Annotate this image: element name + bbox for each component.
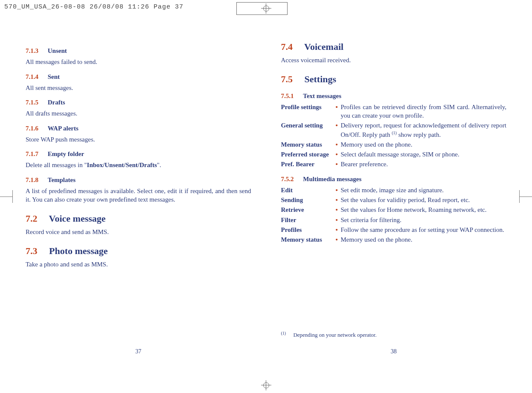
section-title: Text messages bbox=[303, 92, 341, 99]
definition-term: Memory status bbox=[281, 235, 336, 244]
body-text: All sent messages. bbox=[26, 84, 251, 92]
body-text: A list of predefined messages is availab… bbox=[26, 187, 251, 204]
section-number: 7.1.3 bbox=[26, 47, 38, 54]
footnote: (1) Depending on your network operator. bbox=[281, 330, 377, 339]
definition-desc: Set the values for Home network, Roaming… bbox=[341, 205, 507, 214]
section-title: Photo message bbox=[49, 246, 108, 256]
definition-row: Retrieve • Set the values for Home netwo… bbox=[281, 205, 507, 214]
crop-mark-left bbox=[0, 196, 13, 197]
definition-desc: Set criteria for filtering. bbox=[341, 216, 507, 224]
registration-mark-bottom bbox=[258, 378, 275, 393]
crop-mark-right bbox=[519, 196, 532, 197]
definition-term: Edit bbox=[281, 186, 336, 194]
subsection-heading: 7.1.6 WAP alerts bbox=[26, 124, 251, 133]
bullet-icon: • bbox=[336, 186, 341, 194]
subsection-heading: 7.1.5 Drafts bbox=[26, 98, 251, 107]
subsection-heading: 7.1.4 Sent bbox=[26, 72, 251, 81]
footnote-text: Depending on your network operator. bbox=[293, 332, 376, 338]
bullet-icon: • bbox=[336, 140, 341, 149]
definition-desc: Memory used on the phone. bbox=[341, 235, 507, 244]
section-title: Sent bbox=[48, 73, 60, 80]
definition-desc: Follow the same procedure as for setting… bbox=[341, 225, 507, 234]
definition-row: Filter • Set criteria for filtering. bbox=[281, 216, 507, 224]
bullet-icon: • bbox=[336, 121, 341, 139]
definition-desc: Set the values for validity period, Read… bbox=[341, 196, 507, 204]
body-text: Store WAP push messages. bbox=[26, 135, 251, 144]
section-number: 7.1.4 bbox=[26, 73, 38, 80]
section-number: 7.2 bbox=[26, 213, 38, 224]
section-number: 7.4 bbox=[281, 41, 293, 52]
definition-row: Pref. Bearer • Bearer preference. bbox=[281, 160, 507, 168]
section-title: WAP alerts bbox=[48, 125, 78, 132]
definition-row: Profiles • Follow the same procedure as … bbox=[281, 225, 507, 234]
registration-mark-top bbox=[249, 0, 283, 17]
definition-term: General setting bbox=[281, 121, 336, 139]
section-heading: 7.4 Voicemail bbox=[281, 40, 507, 53]
definition-term: Profile settings bbox=[281, 103, 336, 120]
definition-desc: Profiles can be retrieved directly from … bbox=[341, 103, 507, 120]
definition-list: Edit • Set edit mode, image size and sig… bbox=[281, 186, 507, 244]
page-left: 7.1.3 Unsent All messages failed to send… bbox=[26, 40, 251, 356]
bullet-icon: • bbox=[336, 150, 341, 159]
definition-row: Memory status • Memory used on the phone… bbox=[281, 235, 507, 244]
section-heading: 7.3 Photo message bbox=[26, 245, 251, 257]
subsection-heading: 7.1.3 Unsent bbox=[26, 46, 251, 55]
bullet-icon: • bbox=[336, 103, 341, 120]
definition-row: Sending • Set the values for validity pe… bbox=[281, 196, 507, 204]
definition-row: General setting • Delivery report, reque… bbox=[281, 121, 507, 139]
footnote-mark: (1) bbox=[281, 331, 286, 335]
page-number: 37 bbox=[135, 348, 141, 356]
bullet-icon: • bbox=[336, 205, 341, 214]
definition-term: Memory status bbox=[281, 140, 336, 149]
definition-term: Filter bbox=[281, 216, 336, 224]
subsection-heading: 7.5.1 Text messages bbox=[281, 92, 507, 100]
body-text: All messages failed to send. bbox=[26, 58, 251, 66]
section-heading: 7.5 Settings bbox=[281, 73, 507, 86]
section-number: 7.5.1 bbox=[281, 92, 294, 99]
definition-list: Profile settings • Profiles can be retri… bbox=[281, 103, 507, 169]
bullet-icon: • bbox=[336, 235, 341, 244]
body-text: Access voicemail received. bbox=[281, 56, 507, 64]
body-text: Delete all messages in "Inbox/Unsent/Sen… bbox=[26, 161, 251, 169]
section-title: Empty folder bbox=[48, 150, 84, 157]
section-title: Multimedia messages bbox=[303, 176, 361, 182]
page-right: 7.4 Voicemail Access voicemail received.… bbox=[281, 40, 507, 356]
body-text: Take a photo and send as MMS. bbox=[26, 260, 251, 269]
definition-term: Sending bbox=[281, 196, 336, 204]
section-title: Voice message bbox=[49, 213, 106, 224]
definition-desc: Memory used on the phone. bbox=[341, 140, 507, 149]
subsection-heading: 7.1.7 Empty folder bbox=[26, 150, 251, 158]
section-number: 7.3 bbox=[26, 246, 38, 256]
section-number: 7.5 bbox=[281, 74, 293, 84]
definition-term: Retrieve bbox=[281, 205, 336, 214]
section-number: 7.1.8 bbox=[26, 176, 38, 183]
section-title: Voicemail bbox=[304, 41, 343, 52]
definition-row: Memory status • Memory used on the phone… bbox=[281, 140, 507, 149]
definition-term: Profiles bbox=[281, 225, 336, 234]
section-number: 7.1.7 bbox=[26, 150, 38, 157]
bullet-icon: • bbox=[336, 160, 341, 168]
subsection-heading: 7.1.8 Templates bbox=[26, 176, 251, 184]
section-title: Templates bbox=[48, 176, 76, 183]
definition-row: Preferred storage • Select default messa… bbox=[281, 150, 507, 159]
body-text: All drafts messages. bbox=[26, 109, 251, 118]
section-title: Drafts bbox=[48, 99, 65, 106]
definition-desc: Delivery report, request for acknowledge… bbox=[341, 121, 507, 139]
definition-desc: Bearer preference. bbox=[341, 160, 507, 168]
page-spread: 7.1.3 Unsent All messages failed to send… bbox=[0, 11, 532, 373]
definition-desc: Set edit mode, image size and signature. bbox=[341, 186, 507, 194]
section-number: 7.1.5 bbox=[26, 99, 38, 106]
bullet-icon: • bbox=[336, 216, 341, 224]
bullet-icon: • bbox=[336, 196, 341, 204]
body-text: Record voice and send as MMS. bbox=[26, 228, 251, 236]
definition-desc: Select default message storage, SIM or p… bbox=[341, 150, 507, 159]
bullet-icon: • bbox=[336, 225, 341, 234]
section-title: Settings bbox=[305, 74, 337, 84]
page-number: 38 bbox=[391, 348, 397, 356]
section-title: Unsent bbox=[48, 47, 67, 54]
subsection-heading: 7.5.2 Multimedia messages bbox=[281, 175, 507, 183]
section-number: 7.5.2 bbox=[281, 176, 294, 182]
definition-term: Pref. Bearer bbox=[281, 160, 336, 168]
definition-row: Profile settings • Profiles can be retri… bbox=[281, 103, 507, 120]
section-heading: 7.2 Voice message bbox=[26, 212, 251, 225]
